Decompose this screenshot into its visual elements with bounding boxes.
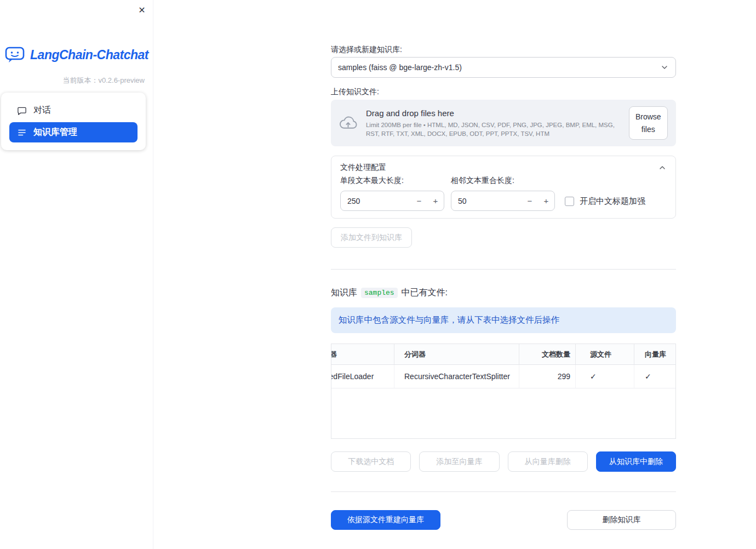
minus-button[interactable]: − [522,196,538,205]
logo-icon [5,46,26,64]
overlap-size-label: 相邻文本重合长度: [451,176,555,186]
add-files-to-kb-button[interactable]: 添加文件到知识库 [331,227,412,248]
sidebar: ✕ LangChain-Chatchat 当前版本：v0.2.6-preview… [0,0,153,549]
zh-title-enhance-group: 开启中文标题加强 [565,176,645,207]
expander-title: 文件处理配置 [340,163,386,173]
chunk-size-label: 单段文本最大长度: [340,176,444,186]
chat-icon [17,106,27,116]
sidebar-item-label: 对话 [33,105,51,116]
zh-title-enhance-checkbox[interactable] [565,197,574,206]
close-icon[interactable]: ✕ [135,3,149,17]
delete-from-kb-button[interactable]: 从知识库中删除 [596,451,676,472]
chevron-down-icon [660,63,669,72]
cloud-upload-icon [339,116,357,131]
column-header-vector-store[interactable]: 向量库 [634,344,675,364]
dropzone-limits: Limit 200MB per file • HTML, MD, JSON, C… [366,121,620,138]
info-banner: 知识库中包含源文件与向量库，请从下表中选择文件后操作 [331,307,676,333]
divider [331,269,676,270]
plus-button[interactable]: + [538,196,554,205]
file-config-expander: 文件处理配置 单段文本最大长度: 250 − + 相邻文本重合长度: [331,156,676,219]
logo: LangChain-Chatchat [0,46,153,64]
kb-select-value: samples (faiss @ bge-large-zh-v1.5) [338,63,462,72]
table-row[interactable]: UnstructuredFileLoader RecursiveCharacte… [331,365,675,388]
delete-kb-button[interactable]: 删除知识库 [567,510,676,530]
dropzone-texts: Drag and drop files here Limit 200MB per… [366,108,620,138]
column-header-doc-count[interactable]: 文档数量 [519,344,576,364]
zh-title-enhance-label: 开启中文标题加强 [580,196,645,207]
column-header-splitter[interactable]: 分词器 [394,344,519,364]
add-to-vector-store-button[interactable]: 添加至向量库 [419,451,499,472]
rebuild-vector-store-button[interactable]: 依据源文件重建向量库 [331,510,440,530]
knowledge-base-icon [17,128,27,138]
chunk-size-input[interactable]: 250 − + [340,191,444,211]
minus-button[interactable]: − [411,196,427,205]
kb-files-suffix: 中已有文件: [402,287,448,299]
table-header-row: 文档加载器 分词器 文档数量 源文件 向量库 [331,344,675,365]
cell-source-file: ✓ [576,365,634,388]
kb-files-prefix: 知识库 [331,287,357,299]
column-header-loader[interactable]: 文档加载器 [331,344,394,364]
browse-files-button[interactable]: Browse files [629,106,668,140]
overlap-size-value: 50 [451,197,522,205]
sidebar-item-chat[interactable]: 对话 [9,100,138,121]
cell-doc-count: 299 [519,365,576,388]
kb-select[interactable]: samples (faiss @ bge-large-zh-v1.5) [331,57,676,78]
files-table[interactable]: 文档加载器 分词器 文档数量 源文件 向量库 UnstructuredFileL… [331,344,676,439]
sidebar-item-knowledge-base[interactable]: 知识库管理 [9,122,138,142]
cell-loader: UnstructuredFileLoader [331,365,394,388]
expander-header[interactable]: 文件处理配置 [331,156,675,173]
kb-select-label: 请选择或新建知识库: [331,45,402,55]
chunk-size-value: 250 [341,197,411,205]
kb-files-heading: 知识库 samples 中已有文件: [331,287,448,299]
overlap-size-input[interactable]: 50 − + [451,191,555,211]
logo-text: LangChain-Chatchat [30,48,148,62]
version-text: 当前版本：v0.2.6-preview [62,76,145,85]
sidebar-item-label: 知识库管理 [33,127,77,138]
file-uploader-dropzone[interactable]: Drag and drop files here Limit 200MB per… [331,100,676,146]
cell-vector-store: ✓ [634,365,675,388]
app: ✕ LangChain-Chatchat 当前版本：v0.2.6-preview… [0,0,756,549]
download-selected-button[interactable]: 下载选中文档 [331,451,411,472]
overlap-size-group: 相邻文本重合长度: 50 − + [451,176,555,211]
cell-splitter: RecursiveCharacterTextSplitter [394,365,519,388]
column-header-source-file[interactable]: 源文件 [576,344,634,364]
divider [331,491,676,492]
chunk-size-group: 单段文本最大长度: 250 − + [340,176,444,211]
dropzone-instruction: Drag and drop files here [366,108,620,118]
kb-name-code: samples [361,288,398,298]
plus-button[interactable]: + [427,196,444,205]
sidebar-menu: 对话 知识库管理 [1,93,146,150]
chevron-up-icon [658,163,667,172]
table-actions: 下载选中文档 添加至向量库 从向量库删除 从知识库中删除 [331,451,676,472]
expander-body: 单段文本最大长度: 250 − + 相邻文本重合长度: 50 − + [331,173,675,211]
delete-from-vector-store-button[interactable]: 从向量库删除 [508,451,588,472]
uploader-label: 上传知识文件: [331,87,379,97]
